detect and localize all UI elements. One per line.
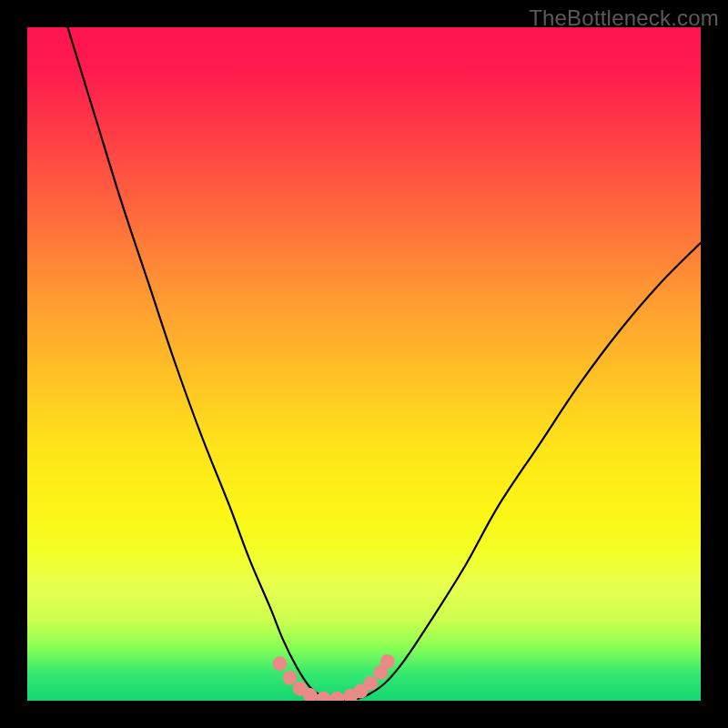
watermark-text: TheBottleneck.com [529,5,719,31]
marker-dot [329,692,344,701]
marker-dot [273,656,288,671]
chart-frame: TheBottleneck.com [0,0,728,728]
plot-area [27,27,701,701]
marker-dot [363,676,378,691]
marker-dot [317,692,331,701]
marker-dot [380,654,395,669]
bottleneck-curve-path [67,27,701,700]
low-region-markers-group [273,654,395,701]
curve-svg [27,27,701,701]
marker-dot [283,671,298,685]
